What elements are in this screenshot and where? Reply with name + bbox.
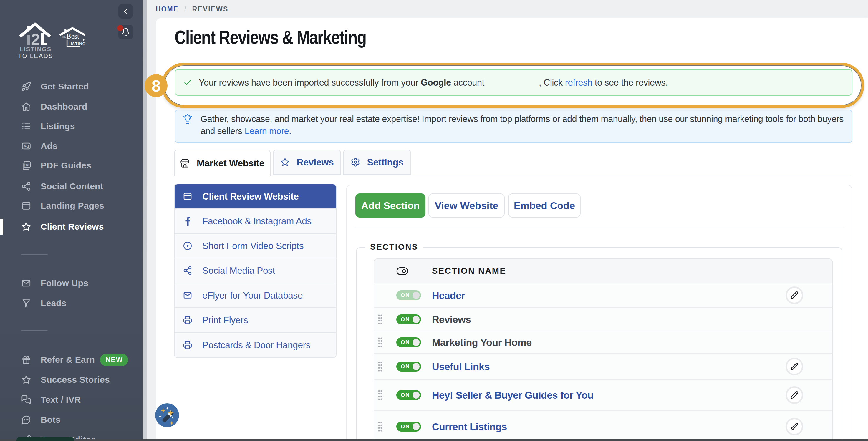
page-scrollbar-track[interactable] [865,18,865,441]
chat-squares-icon [21,395,31,405]
section-name-link[interactable]: Hey! Seller & Buyer Guides for You [432,389,594,401]
toggle-knob [412,292,420,299]
submenu-item-client-review-website[interactable]: Client Review Website [175,184,336,209]
view-website-button[interactable]: View Website [428,193,505,218]
submenu-item-postcards-door-hangers[interactable]: Postcards & Door Hangers [175,333,336,357]
section-name-link[interactable]: Useful Links [432,361,490,372]
tab-market-website[interactable]: Market Website [174,150,271,176]
toggle-on-label: ON [401,364,410,370]
home-icon [21,101,31,112]
section-name-link[interactable]: Current Listings [432,421,507,433]
submenu-item-print-flyers[interactable]: Print Flyers [175,308,336,333]
sidebar-divider [21,330,48,331]
table-row: ON Hey! Seller & Buyer Guides for You [374,380,832,411]
drag-handle-icon[interactable] [377,337,383,348]
breadcrumb: HOME / REVIEWS [156,0,228,18]
drag-handle-icon[interactable] [377,421,383,433]
section-toggle[interactable]: ON [396,421,421,432]
sidebar-item-listings[interactable]: Listings [0,116,143,136]
lightbulb-icon [182,114,193,125]
section-toggle[interactable]: ON [396,290,421,300]
drag-handle-icon[interactable] [377,389,383,401]
magic-wand-icon [155,403,179,427]
edit-section-button[interactable] [785,358,803,375]
section-toggle[interactable]: ON [396,337,421,347]
pencil-icon [790,291,799,300]
submenu-item-facebook-instagram-ads[interactable]: Facebook & Instagram Ads [175,209,336,234]
sidebar-item-refer-earn[interactable]: Refer & Earn NEW [0,350,143,370]
sidebar-item-social-content[interactable]: Social Content [0,176,143,196]
refresh-link[interactable]: refresh [565,77,592,88]
notifications-button[interactable] [118,25,133,39]
section-toggle[interactable]: ON [396,314,421,324]
sections-legend: SECTIONS [365,242,423,252]
section-toggle[interactable]: ON [396,361,421,372]
toggle-on-label: ON [401,392,410,398]
sidebar-divider [21,254,48,255]
edit-section-button[interactable] [785,418,803,435]
tabs-underline [174,175,852,176]
edit-section-button[interactable] [785,286,803,304]
table-row: ON Marketing Your Home [374,331,832,354]
pdf-icon-glyph: PDF [25,163,30,166]
ad-icon-glyph: Ad [24,144,29,149]
section-name: Reviews [432,314,471,325]
breadcrumb-home-link[interactable]: HOME [156,5,179,13]
toggle-on-label: ON [401,292,410,298]
submenu-item-social-media-post[interactable]: Social Media Post [175,258,336,283]
sidebar-item-leads[interactable]: Leads [0,293,143,313]
section-toggle[interactable]: ON [396,390,421,400]
sidebar-item-dashboard[interactable]: Dashboard [0,97,143,117]
toggle-knob [412,391,420,399]
sidebar-item-success-stories[interactable]: Success Stories [0,370,143,390]
sidebar-item-pdf-guides[interactable]: PDF PDF Guides [0,155,143,176]
gift-icon [21,355,31,365]
sidebar-item-text-ivr[interactable]: Text / IVR [0,390,143,410]
toggle-on-label: ON [401,423,410,430]
table-row: ON Current Listings [374,411,832,441]
table-row: ON Useful Links [374,354,832,380]
sidebar-item-get-started[interactable]: Get Started [0,76,143,97]
success-alert-text: Your reviews have been imported successf… [199,77,668,88]
sidebar-item-label: Client Reviews [41,222,104,232]
sidebar-item-label: Leads [41,298,66,308]
add-section-button[interactable]: Add Section [355,193,426,218]
chevron-left-icon [122,7,130,15]
learn-more-link[interactable]: Learn more [245,126,289,136]
magic-assistant-button[interactable] [155,403,179,427]
best-listing-logo: THE Best LISTING [59,27,86,49]
sidebar-item-ads[interactable]: Ad Ads [0,136,143,156]
success-second-prefix: , Click [539,77,565,88]
sidebar-collapse-button[interactable] [118,4,133,19]
sidebar-scrollbar[interactable] [143,0,147,441]
sidebar-item-client-reviews[interactable]: Client Reviews [0,217,143,237]
gear-icon [351,158,360,167]
page-title: Client Reviews & Marketing [175,27,366,48]
info-alert-text: Gather, showcase, and market your real e… [200,113,843,137]
section-name-link[interactable]: Header [432,290,465,301]
sections-fieldset: SECTIONS SECTION NAME ON [356,247,842,441]
tab-reviews[interactable]: Reviews [273,150,341,175]
check-icon [183,78,192,87]
drag-handle-icon[interactable] [377,360,383,372]
toggle-knob [412,363,420,370]
breadcrumb-current: REVIEWS [192,5,228,13]
edit-section-button[interactable] [785,386,803,404]
drag-handle-icon[interactable] [377,314,383,325]
table-header-row: SECTION NAME [374,259,832,283]
tab-settings[interactable]: Settings [343,150,411,175]
sidebar-item-bots[interactable]: Bots [0,410,143,430]
submenu-item-eflyer[interactable]: eFlyer for Your Database [175,283,336,308]
sidebar-item-label: Ads [41,141,57,151]
tab-label: Market Website [197,158,265,169]
embed-code-button[interactable]: Embed Code [508,193,581,218]
listings-to-leads-logo[interactable]: 2 [19,22,51,45]
info-line-2: and sellers Learn more. [200,125,843,137]
sidebar-item-label: Get Started [41,82,89,92]
chat-widget-peek [17,437,74,441]
submenu-item-short-form-video-scripts[interactable]: Short Form Video Scripts [175,234,336,258]
sidebar-item-label: Text / IVR [41,395,81,405]
sidebar-item-follow-ups[interactable]: Follow Ups [0,273,143,293]
active-item-indicator [0,219,3,234]
sidebar-item-landing-pages[interactable]: Landing Pages [0,196,143,216]
